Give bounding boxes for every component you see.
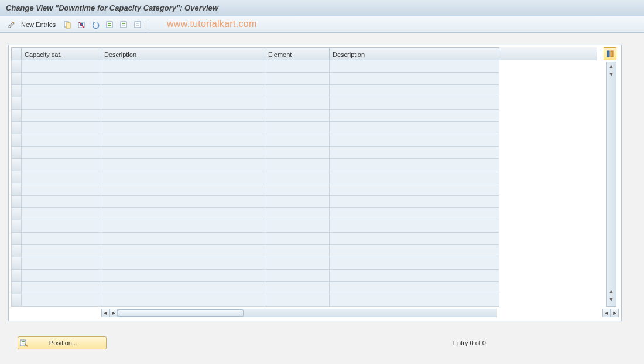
- table-row[interactable]: [11, 60, 597, 73]
- cell-capacity-cat[interactable]: [22, 294, 101, 307]
- cell-description-2[interactable]: [330, 122, 499, 134]
- row-selector[interactable]: [11, 196, 22, 208]
- cell-description-1[interactable]: [101, 282, 265, 294]
- table-row[interactable]: [11, 196, 597, 208]
- row-selector[interactable]: [11, 147, 22, 159]
- delete-icon[interactable]: [76, 19, 87, 30]
- row-selector[interactable]: [11, 122, 22, 134]
- cell-element[interactable]: [265, 208, 330, 220]
- deselect-all-icon[interactable]: [132, 19, 143, 30]
- scroll-right-icon[interactable]: ►: [109, 309, 118, 317]
- cell-capacity-cat[interactable]: [22, 122, 101, 134]
- cell-description-2[interactable]: [330, 97, 499, 110]
- scroll-up-icon-2[interactable]: ▲: [609, 288, 614, 297]
- vertical-scrollbar[interactable]: ▲ ▼ ▲ ▼: [606, 62, 616, 307]
- cell-element[interactable]: [265, 110, 330, 122]
- row-selector[interactable]: [11, 134, 22, 147]
- cell-element[interactable]: [265, 85, 330, 97]
- scroll-left-end-icon[interactable]: ◄: [602, 309, 611, 317]
- cell-description-2[interactable]: [330, 282, 499, 294]
- cell-capacity-cat[interactable]: [22, 60, 101, 73]
- cell-capacity-cat[interactable]: [22, 257, 101, 270]
- row-selector[interactable]: [11, 73, 22, 85]
- cell-description-1[interactable]: [101, 196, 265, 208]
- cell-capacity-cat[interactable]: [22, 97, 101, 110]
- table-row[interactable]: [11, 97, 597, 110]
- table-row[interactable]: [11, 147, 597, 159]
- select-block-icon[interactable]: [118, 19, 129, 30]
- cell-element[interactable]: [265, 73, 330, 85]
- cell-capacity-cat[interactable]: [22, 270, 101, 282]
- cell-description-2[interactable]: [330, 208, 499, 220]
- column-header-description-2[interactable]: Description: [330, 47, 499, 60]
- scroll-down-icon[interactable]: ▼: [609, 72, 614, 80]
- table-row[interactable]: [11, 73, 597, 85]
- row-selector[interactable]: [11, 208, 22, 220]
- position-button[interactable]: Position...: [18, 336, 107, 349]
- cell-description-1[interactable]: [101, 270, 265, 282]
- cell-capacity-cat[interactable]: [22, 85, 101, 97]
- table-row[interactable]: [11, 183, 597, 196]
- cell-element[interactable]: [265, 270, 330, 282]
- row-selector[interactable]: [11, 270, 22, 282]
- cell-description-1[interactable]: [101, 60, 265, 73]
- cell-description-2[interactable]: [330, 159, 499, 171]
- cell-description-1[interactable]: [101, 233, 265, 245]
- cell-element[interactable]: [265, 60, 330, 73]
- cell-capacity-cat[interactable]: [22, 147, 101, 159]
- cell-description-1[interactable]: [101, 85, 265, 97]
- cell-description-1[interactable]: [101, 245, 265, 257]
- cell-capacity-cat[interactable]: [22, 196, 101, 208]
- cell-element[interactable]: [265, 171, 330, 183]
- cell-description-2[interactable]: [330, 270, 499, 282]
- row-selector[interactable]: [11, 294, 22, 307]
- table-row[interactable]: [11, 159, 597, 171]
- row-selector[interactable]: [11, 183, 22, 196]
- cell-description-1[interactable]: [101, 110, 265, 122]
- cell-element[interactable]: [265, 220, 330, 233]
- cell-description-2[interactable]: [330, 220, 499, 233]
- cell-capacity-cat[interactable]: [22, 233, 101, 245]
- cell-description-2[interactable]: [330, 134, 499, 147]
- data-table[interactable]: Capacity cat. Description Element Descri…: [11, 47, 597, 307]
- table-row[interactable]: [11, 208, 597, 220]
- row-selector[interactable]: [11, 171, 22, 183]
- cell-description-1[interactable]: [101, 73, 265, 85]
- select-all-icon[interactable]: [104, 19, 115, 30]
- cell-description-2[interactable]: [330, 147, 499, 159]
- copy-icon[interactable]: [61, 19, 73, 30]
- cell-capacity-cat[interactable]: [22, 282, 101, 294]
- cell-capacity-cat[interactable]: [22, 245, 101, 257]
- cell-element[interactable]: [265, 97, 330, 110]
- hscroll-track[interactable]: [118, 309, 497, 317]
- cell-element[interactable]: [265, 282, 330, 294]
- scroll-up-icon[interactable]: ▲: [609, 63, 614, 72]
- column-header-capacity-cat[interactable]: Capacity cat.: [22, 47, 101, 60]
- cell-element[interactable]: [265, 196, 330, 208]
- scroll-down-icon-2[interactable]: ▼: [609, 297, 614, 305]
- row-selector[interactable]: [11, 97, 22, 110]
- row-selector[interactable]: [11, 85, 22, 97]
- cell-description-2[interactable]: [330, 196, 499, 208]
- cell-description-2[interactable]: [330, 183, 499, 196]
- cell-capacity-cat[interactable]: [22, 110, 101, 122]
- cell-capacity-cat[interactable]: [22, 183, 101, 196]
- column-header-description-1[interactable]: Description: [101, 47, 265, 60]
- table-row[interactable]: [11, 85, 597, 97]
- cell-capacity-cat[interactable]: [22, 73, 101, 85]
- row-selector[interactable]: [11, 233, 22, 245]
- cell-description-2[interactable]: [330, 60, 499, 73]
- table-row[interactable]: [11, 233, 597, 245]
- cell-description-1[interactable]: [101, 294, 265, 307]
- cell-description-1[interactable]: [101, 159, 265, 171]
- cell-description-2[interactable]: [330, 233, 499, 245]
- cell-element[interactable]: [265, 233, 330, 245]
- column-header-element[interactable]: Element: [265, 47, 330, 60]
- table-row[interactable]: [11, 282, 597, 294]
- row-selector[interactable]: [11, 257, 22, 270]
- cell-description-1[interactable]: [101, 122, 265, 134]
- cell-description-1[interactable]: [101, 97, 265, 110]
- cell-description-1[interactable]: [101, 183, 265, 196]
- table-row[interactable]: [11, 245, 597, 257]
- row-selector[interactable]: [11, 245, 22, 257]
